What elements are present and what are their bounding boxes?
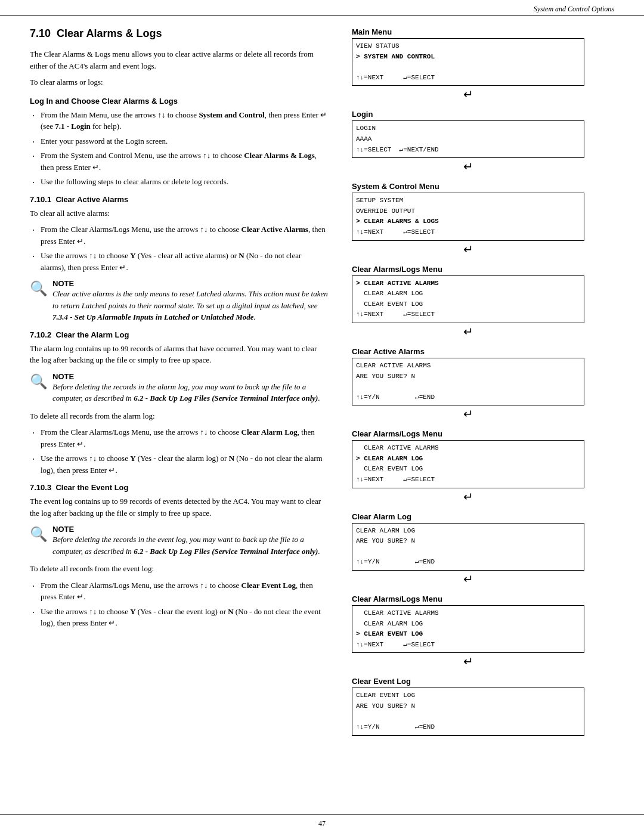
menu-line-selected: > CLEAR EVENT LOG xyxy=(356,629,580,640)
content-area: 7.10 Clear Alarms & Logs The Clear Alarm… xyxy=(0,16,644,814)
down-arrow-2: ↵ xyxy=(352,159,584,174)
header: System and Control Options xyxy=(0,0,644,16)
menu-line: CLEAR EVENT LOG xyxy=(356,299,580,310)
menu-line: CLEAR ACTIVE ALARMS xyxy=(356,361,580,371)
note-box-7102: 🔍 NOTE Before deleting the records in th… xyxy=(30,372,328,404)
note-icon: 🔍 xyxy=(30,280,48,297)
calm1-box: > CLEAR ACTIVE ALARMS CLEAR ALARM LOG CL… xyxy=(352,275,584,323)
system-control-section: System & Control Menu SETUP SYSTEM OVERR… xyxy=(352,182,584,256)
sys-ctrl-box: SETUP SYSTEM OVERRIDE OUTPUT > CLEAR ALA… xyxy=(352,193,584,240)
sub7102-intro: The alarm log contains up to 99 records … xyxy=(30,343,328,366)
menu-line: VIEW STATUS xyxy=(356,41,580,52)
note-box-7101: 🔍 NOTE Clear active alarms is the only m… xyxy=(30,279,328,323)
note-text: Clear active alarms is the only means to… xyxy=(52,288,328,323)
cel-box: CLEAR EVENT LOG ARE YOU SURE? N ↑↓=Y/N ↵… xyxy=(352,688,584,735)
cal-box: CLEAR ALARM LOG ARE YOU SURE? N ↑↓=Y/N ↵… xyxy=(352,523,584,571)
menu-line: OVERRIDE OUTPUT xyxy=(356,206,580,217)
page: System and Control Options 7.10 Clear Al… xyxy=(0,0,644,833)
down-arrow-8: ↵ xyxy=(352,654,584,668)
menu-line: ↑↓=NEXT ↵=SELECT xyxy=(356,475,580,485)
menu-line xyxy=(356,62,580,73)
menu-line: AAAA xyxy=(356,134,580,145)
right-column: Main Menu VIEW STATUS > SYSTEM AND CONTR… xyxy=(346,27,602,802)
main-menu-box: VIEW STATUS > SYSTEM AND CONTROL ↑↓=NEXT… xyxy=(352,38,584,86)
menu-line: ↑↓=Y/N ↵=END xyxy=(356,722,580,733)
menu-line: CLEAR EVENT LOG xyxy=(356,690,580,701)
menu-line-selected: > CLEAR ALARMS & LOGS xyxy=(356,216,580,227)
sub7101-intro: To clear all active alarms: xyxy=(30,208,328,219)
menu-line: ARE YOU SURE? N xyxy=(356,536,580,547)
menu-line: ↑↓=NEXT ↵=SELECT xyxy=(356,227,580,238)
note-title-3: NOTE xyxy=(52,525,328,534)
note-title-2: NOTE xyxy=(52,372,328,381)
menu-line-selected: > CLEAR ALARM LOG xyxy=(356,454,580,465)
list-item: Use the arrows ↑↓ to choose Y (Yes - cle… xyxy=(30,606,328,629)
list-item: Use the following steps to clear alarms … xyxy=(30,176,328,188)
login-subheading: Log In and Choose Clear Alarms & Logs xyxy=(30,97,328,106)
sub7103-bullets: From the Clear Alarms/Logs Menu, use the… xyxy=(30,580,328,629)
sub7101-bullets: From the Clear Alarms/Logs Menu, use the… xyxy=(30,224,328,273)
note-icon-3: 🔍 xyxy=(30,526,48,543)
menu-line xyxy=(356,712,580,723)
sub-section-7103: 7.10.3 Clear the Event Log xyxy=(30,483,328,492)
menu-line xyxy=(356,547,580,558)
cel-title: Clear Event Log xyxy=(352,677,584,686)
sub-section-7102: 7.10.2 Clear the Alarm Log xyxy=(30,330,328,339)
list-item: From the Main Menu, use the arrows ↑↓ to… xyxy=(30,109,328,132)
to-clear-label: To clear alarms or logs: xyxy=(30,76,328,88)
menu-line-selected: > SYSTEM AND CONTROL xyxy=(356,52,580,63)
sub7103-to-delete: To delete all records from the event log… xyxy=(30,563,328,575)
footer: 47 xyxy=(0,814,644,833)
cal-title: Clear Alarm Log xyxy=(352,512,584,521)
menu-line: CLEAR ALARM LOG xyxy=(356,526,580,537)
menu-line: ↑↓=SELECT ↵=NEXT/END xyxy=(356,145,580,156)
sys-ctrl-title: System & Control Menu xyxy=(352,182,584,191)
note-text-3: Before deleting the records in the event… xyxy=(52,534,328,557)
header-title: System and Control Options xyxy=(534,5,614,14)
calm1-title: Clear Alarms/Logs Menu xyxy=(352,265,584,274)
sub7102-bullets: From the Clear Alarms/Logs Menu, use the… xyxy=(30,426,328,476)
clear-alarms-logs-menu-2: Clear Alarms/Logs Menu CLEAR ACTIVE ALAR… xyxy=(352,429,584,503)
list-item: Use the arrows ↑↓ to choose Y (Yes - cle… xyxy=(30,250,328,273)
calm3-box: CLEAR ACTIVE ALARMS CLEAR ALARM LOG > CL… xyxy=(352,605,584,653)
note-box-7103: 🔍 NOTE Before deleting the records in th… xyxy=(30,525,328,557)
note-content-3: NOTE Before deleting the records in the … xyxy=(52,525,328,557)
down-arrow-4: ↵ xyxy=(352,324,584,339)
menu-line: ↑↓=Y/N ↵=END xyxy=(356,557,580,568)
login-box: LOGIN AAAA ↑↓=SELECT ↵=NEXT/END xyxy=(352,120,584,158)
menu-line: ↑↓=Y/N ↵=END xyxy=(356,392,580,403)
list-item: Enter your password at the Login screen. xyxy=(30,135,328,147)
list-item: From the Clear Alarms/Logs Menu, use the… xyxy=(30,426,328,450)
down-arrow-6: ↵ xyxy=(352,490,584,504)
calm2-title: Clear Alarms/Logs Menu xyxy=(352,429,584,438)
clear-alarms-logs-menu-3: Clear Alarms/Logs Menu CLEAR ACTIVE ALAR… xyxy=(352,594,584,668)
list-item: From the System and Control Menu, use th… xyxy=(30,150,328,173)
main-menu-section: Main Menu VIEW STATUS > SYSTEM AND CONTR… xyxy=(352,27,584,101)
menu-line: ARE YOU SURE? N xyxy=(356,701,580,712)
menu-line: CLEAR ALARM LOG xyxy=(356,619,580,630)
caa-title: Clear Active Alarms xyxy=(352,347,584,356)
down-arrow-7: ↵ xyxy=(352,572,584,586)
sub-section-7101: 7.10.1 Clear Active Alarms xyxy=(30,195,328,204)
clear-alarm-log-section: Clear Alarm Log CLEAR ALARM LOG ARE YOU … xyxy=(352,512,584,586)
down-arrow-5: ↵ xyxy=(352,407,584,421)
list-item: From the Clear Alarms/Logs Menu, use the… xyxy=(30,580,328,603)
menu-line-selected: > CLEAR ACTIVE ALARMS xyxy=(356,278,580,289)
section-intro: The Clear Alarms & Logs menu allows you … xyxy=(30,48,328,72)
menu-line: LOGIN xyxy=(356,123,580,134)
note-icon-2: 🔍 xyxy=(30,373,48,390)
menu-line: CLEAR ALARM LOG xyxy=(356,289,580,299)
list-item: From the Clear Alarms/Logs Menu, use the… xyxy=(30,224,328,247)
list-item: Use the arrows ↑↓ to choose Y (Yes - cle… xyxy=(30,453,328,476)
note-title: NOTE xyxy=(52,279,328,288)
caa-box: CLEAR ACTIVE ALARMS ARE YOU SURE? N ↑↓=Y… xyxy=(352,358,584,405)
down-arrow: ↵ xyxy=(352,87,584,101)
menu-line: CLEAR EVENT LOG xyxy=(356,464,580,475)
calm3-title: Clear Alarms/Logs Menu xyxy=(352,594,584,603)
note-content: NOTE Clear active alarms is the only mea… xyxy=(52,279,328,323)
menu-line: ARE YOU SURE? N xyxy=(356,371,580,382)
login-bullets: From the Main Menu, use the arrows ↑↓ to… xyxy=(30,109,328,188)
menu-line: ↑↓=NEXT ↵=SELECT xyxy=(356,640,580,651)
menu-line: CLEAR ACTIVE ALARMS xyxy=(356,443,580,454)
note-text-2: Before deleting the records in the alarm… xyxy=(52,381,328,404)
